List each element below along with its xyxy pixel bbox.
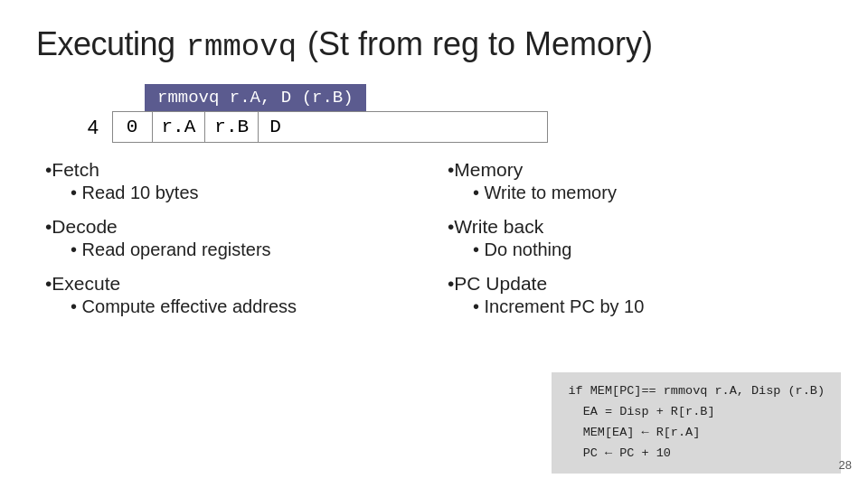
table-cell-0: 0 — [112, 112, 152, 143]
memory-sub: • Write to memory — [473, 183, 832, 203]
code-line-2: EA = Disp + R[r.B] — [568, 402, 825, 423]
decode-main: •Decode — [45, 216, 429, 238]
title-code: rmmovq — [186, 30, 297, 64]
left-column: •Fetch • Read 10 bytes •Decode • Read op… — [36, 159, 429, 317]
fetch-sub: • Read 10 bytes — [71, 183, 429, 203]
content-columns: •Fetch • Read 10 bytes •Decode • Read op… — [36, 159, 832, 317]
writeback-main: •Write back — [448, 216, 832, 238]
code-box: if MEM[PC]== rmmovq r.A, Disp (r.B) EA =… — [552, 372, 841, 474]
execute-sub: • Compute effective address — [71, 296, 429, 317]
instruction-table: 4 0 r.A r.B D — [72, 111, 548, 143]
writeback-sub: • Do nothing — [473, 239, 832, 260]
title-suffix: (St from reg to Memory) — [307, 25, 653, 63]
title-prefix: Executing — [36, 25, 175, 63]
fetch-main: •Fetch — [45, 159, 429, 181]
table-cell-rb: r.B — [205, 112, 259, 143]
pc-sub: • Increment PC by 10 — [473, 296, 832, 317]
decode-sub: • Read operand registers — [71, 239, 429, 260]
table-cell-d: D — [259, 112, 548, 143]
code-line-4: PC ← PC + 10 — [568, 444, 825, 465]
page: Executing rmmovq (St from reg to Memory)… — [0, 0, 868, 488]
title-row: Executing rmmovq (St from reg to Memory) — [36, 25, 832, 64]
memory-main: •Memory — [448, 159, 832, 181]
table-cell-ra: r.A — [152, 112, 205, 143]
code-line-3: MEM[EA] ← R[r.A] — [568, 423, 825, 444]
execute-main: •Execute — [45, 273, 429, 295]
right-column: •Memory • Write to memory •Write back • … — [429, 159, 832, 317]
table-num: 4 — [72, 112, 112, 143]
instruction-band: rmmovq r.A, D (r.B) — [145, 84, 366, 111]
page-number: 28 — [839, 458, 852, 472]
instruction-table-wrap: rmmovq r.A, D (r.B) 4 0 r.A r.B D — [72, 84, 832, 143]
pc-main: •PC Update — [448, 273, 832, 295]
code-line-1: if MEM[PC]== rmmovq r.A, Disp (r.B) — [568, 381, 825, 402]
